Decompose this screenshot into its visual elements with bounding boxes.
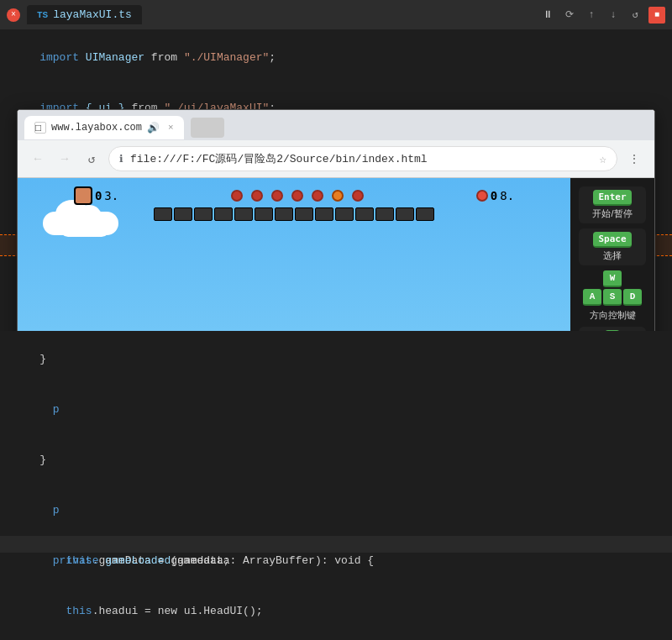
step-over-button[interactable]: ↑ [583, 7, 600, 24]
bookmark-icon[interactable]: ☆ [600, 152, 606, 166]
hp-11 [355, 207, 374, 221]
wasd-key-group: W A S D 方向控制键 [583, 270, 642, 322]
tab-title: www.layabox.com [51, 122, 142, 134]
coins-display [231, 190, 364, 202]
tab-close-icon[interactable]: × [168, 123, 174, 133]
wasd-label: 方向控制键 [590, 309, 636, 322]
hp-9 [315, 207, 333, 221]
browser-chrome: □ www.layabox.com 🔊 × ← → ↺ ℹ file:///F:… [18, 110, 654, 178]
hp-14 [416, 207, 434, 221]
coin-1 [231, 190, 243, 202]
s-key[interactable]: S [603, 289, 622, 306]
hp-4 [214, 207, 233, 221]
hp-12 [375, 207, 394, 221]
address-text: file:///F:/FC源码/冒险岛2/Source/bin/index.ht… [130, 151, 593, 166]
hp-2 [174, 207, 192, 221]
hp-bar [154, 207, 434, 221]
coin-2 [251, 190, 263, 202]
code-line-p3: p [0, 485, 672, 536]
restart-button[interactable]: ↺ [627, 7, 643, 24]
left-score: 0 [95, 189, 102, 202]
tab-audio-icon: 🔊 [147, 122, 160, 134]
space-key-group: Space 选择 [579, 228, 646, 265]
hp-10 [335, 207, 354, 221]
hp-6 [255, 207, 273, 221]
player-icon [74, 186, 92, 205]
browser-nav: ← → ↺ ℹ file:///F:/FC源码/冒险岛2/Source/bin/… [18, 140, 654, 177]
wasd-keys: W A S D [583, 270, 642, 306]
coin-4 [291, 190, 303, 202]
code-line-gameloaded: private gameLoaded(gamedata: ArrayBuffer… [0, 536, 672, 553]
a-key[interactable]: A [583, 289, 601, 306]
hp-5 [234, 207, 253, 221]
refresh-nav-button[interactable]: ↺ [81, 149, 102, 169]
d-key[interactable]: D [623, 289, 642, 306]
code-line-headui: this.headui = new ui.HeadUI(); [0, 586, 672, 637]
w-key[interactable]: W [603, 270, 622, 287]
address-bar[interactable]: ℹ file:///F:/FC源码/冒险岛2/Source/bin/index.… [108, 146, 617, 171]
cloud-2 [60, 220, 110, 237]
hp-7 [275, 207, 293, 221]
space-key[interactable]: Space [593, 232, 631, 248]
right-score-dec: 8. [500, 189, 514, 202]
code-line-close1: } [0, 334, 672, 385]
coin-6 [332, 190, 344, 202]
window-close-button[interactable]: × [7, 8, 20, 22]
code-line-close2: } [0, 435, 672, 485]
back-button[interactable]: ← [28, 149, 48, 169]
pause-button[interactable]: ⏸ [539, 7, 556, 24]
editor-tab[interactable]: TS layaMaxUI.ts [27, 5, 142, 24]
tab-filename: layaMaxUI.ts [53, 8, 132, 21]
enter-label: 开始/暂停 [592, 207, 632, 220]
right-fruit [476, 190, 488, 202]
enter-key[interactable]: Enter [593, 190, 631, 206]
code-line-1: import UIManager from "./UIManager"; [0, 33, 672, 83]
hp-3 [194, 207, 213, 221]
code-editor-bottom: } p } p private gameLoaded(gamedata: Arr… [0, 331, 672, 640]
forward-button[interactable]: → [55, 149, 75, 169]
right-score: 0 [491, 189, 497, 202]
browser-tabs: □ www.layabox.com 🔊 × [18, 110, 654, 140]
browser-tab[interactable]: □ www.layabox.com 🔊 × [24, 116, 184, 139]
stop-button[interactable]: ■ [648, 7, 665, 24]
hp-13 [396, 207, 414, 221]
hp-8 [295, 207, 313, 221]
top-bar: × TS layaMaxUI.ts ⏸ ⟳ ↑ ↓ ↺ ■ [0, 0, 672, 29]
enter-key-group: Enter 开始/暂停 [579, 186, 646, 223]
hp-1 [154, 207, 172, 221]
left-score-dec: 3. [104, 189, 118, 202]
refresh-button[interactable]: ⟳ [561, 7, 578, 24]
step-into-button[interactable]: ↓ [605, 7, 622, 24]
code-line-p2: p [0, 385, 672, 435]
hud-top: 0 3. 0 [18, 186, 570, 205]
browser-menu-button[interactable]: ⋮ [624, 149, 644, 169]
player-left-info: 0 3. [74, 186, 118, 205]
typescript-icon: TS [37, 10, 48, 20]
lock-icon: ℹ [119, 153, 123, 165]
tab-favicon: □ [34, 122, 46, 134]
new-tab-area[interactable] [191, 118, 224, 138]
player-right-info: 0 8. [476, 189, 514, 202]
coin-5 [312, 190, 323, 202]
toolbar-right: ⏸ ⟳ ↑ ↓ ↺ ■ [539, 7, 665, 24]
coin-3 [271, 190, 283, 202]
space-label: 选择 [603, 249, 622, 262]
coin-7 [352, 190, 364, 202]
